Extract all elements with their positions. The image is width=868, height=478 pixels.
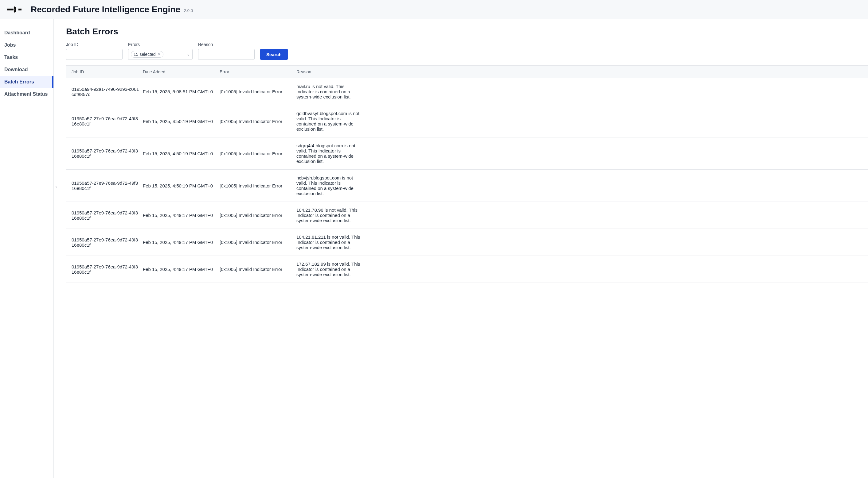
- search-button[interactable]: Search: [260, 49, 288, 60]
- cell-jobid: 01950a57-27e9-76ea-9d72-49f316e80c1f: [66, 148, 143, 159]
- cell-date: Feb 15, 2025, 5:08:51 PM GMT+0: [143, 89, 220, 94]
- main-content: Batch Errors Job ID Errors 15 selected ✕…: [66, 19, 868, 478]
- sidebar-spacer: ‹: [54, 19, 66, 478]
- cell-error: [0x1005] Invalid Indicator Error: [220, 213, 297, 218]
- sidebar: Dashboard Jobs Tasks Download Batch Erro…: [0, 19, 54, 478]
- cell-jobid: 01950a57-27e9-76ea-9d72-49f316e80c1f: [66, 237, 143, 248]
- topbar: Recorded Future Intelligence Engine 2.0.…: [0, 0, 868, 19]
- table-row: 01950a57-27e9-76ea-9d72-49f316e80c1fFeb …: [66, 170, 868, 202]
- cell-jobid: 01950a57-27e9-76ea-9d72-49f316e80c1f: [66, 180, 143, 191]
- filter-jobid-input[interactable]: [66, 49, 123, 60]
- col-header-reason: Reason: [297, 69, 364, 74]
- cell-reason: 104.21.78.96 is not valid. This Indicato…: [297, 207, 364, 223]
- cell-error: [0x1005] Invalid Indicator Error: [220, 240, 297, 245]
- sidebar-item-dashboard[interactable]: Dashboard: [0, 27, 54, 39]
- cell-reason: 104.21.81.211 is not valid. This Indicat…: [297, 234, 364, 250]
- app-version: 2.0.0: [184, 8, 193, 13]
- cell-date: Feb 15, 2025, 4:49:17 PM GMT+0: [143, 267, 220, 272]
- sidebar-item-download[interactable]: Download: [0, 64, 54, 76]
- errors-table: Job ID Date Added Error Reason 01950a94-…: [66, 65, 868, 283]
- sidebar-item-jobs[interactable]: Jobs: [0, 39, 54, 51]
- cell-date: Feb 15, 2025, 4:50:19 PM GMT+0: [143, 183, 220, 189]
- sidebar-item-tasks[interactable]: Tasks: [0, 51, 54, 64]
- cell-error: [0x1005] Invalid Indicator Error: [220, 119, 297, 124]
- cell-jobid: 01950a57-27e9-76ea-9d72-49f316e80c1f: [66, 210, 143, 220]
- cell-date: Feb 15, 2025, 4:50:19 PM GMT+0: [143, 119, 220, 124]
- cell-jobid: 01950a57-27e9-76ea-9d72-49f316e80c1f: [66, 264, 143, 275]
- filter-errors-chip-text: 15 selected: [134, 52, 156, 57]
- cell-jobid: 01950a57-27e9-76ea-9d72-49f316e80c1f: [66, 116, 143, 127]
- svg-rect-1: [19, 9, 22, 10]
- filter-jobid-label: Job ID: [66, 42, 123, 47]
- page-title: Batch Errors: [66, 27, 868, 42]
- sidebar-item-batch-errors[interactable]: Batch Errors: [0, 76, 54, 88]
- col-header-date: Date Added: [143, 69, 220, 74]
- sidebar-collapse-handle[interactable]: ‹: [54, 182, 59, 191]
- cell-error: [0x1005] Invalid Indicator Error: [220, 183, 297, 189]
- col-header-jobid: Job ID: [66, 69, 143, 74]
- cell-error: [0x1005] Invalid Indicator Error: [220, 151, 297, 156]
- filter-reason-input[interactable]: [198, 49, 255, 60]
- cell-reason: mail.ru is not valid. This Indicator is …: [297, 84, 364, 99]
- table-row: 01950a57-27e9-76ea-9d72-49f316e80c1fFeb …: [66, 105, 868, 137]
- filter-errors-label: Errors: [128, 42, 193, 47]
- chevron-left-icon: ‹: [56, 184, 57, 189]
- cell-date: Feb 15, 2025, 4:50:19 PM GMT+0: [143, 151, 220, 156]
- close-icon[interactable]: ✕: [158, 52, 161, 57]
- cell-reason: goldbvasyt.blogspot.com is not valid. Th…: [297, 111, 364, 132]
- sidebar-item-attachment-status[interactable]: Attachment Status: [0, 88, 54, 100]
- table-row: 01950a94-92a1-7496-9293-c061cdf8857dFeb …: [66, 78, 868, 105]
- app-logo: [7, 6, 22, 13]
- cell-date: Feb 15, 2025, 4:49:17 PM GMT+0: [143, 240, 220, 245]
- filter-errors-select[interactable]: 15 selected ✕ ⌄: [128, 49, 193, 60]
- app-title: Recorded Future Intelligence Engine: [31, 5, 180, 14]
- table-row: 01950a57-27e9-76ea-9d72-49f316e80c1fFeb …: [66, 137, 868, 170]
- cell-jobid: 01950a94-92a1-7496-9293-c061cdf8857d: [66, 87, 143, 97]
- cell-error: [0x1005] Invalid Indicator Error: [220, 267, 297, 272]
- filter-errors-chip: 15 selected ✕: [131, 51, 163, 58]
- cell-reason: sdgrg4t4.blogspot.com is not valid. This…: [297, 143, 364, 164]
- table-header-row: Job ID Date Added Error Reason: [66, 66, 868, 78]
- table-row: 01950a57-27e9-76ea-9d72-49f316e80c1fFeb …: [66, 202, 868, 229]
- filter-bar: Job ID Errors 15 selected ✕ ⌄ Reason Sea…: [66, 42, 868, 65]
- col-header-error: Error: [220, 69, 297, 74]
- filter-reason-label: Reason: [198, 42, 255, 47]
- table-row: 01950a57-27e9-76ea-9d72-49f316e80c1fFeb …: [66, 256, 868, 283]
- cell-date: Feb 15, 2025, 4:49:17 PM GMT+0: [143, 213, 220, 218]
- cell-error: [0x1005] Invalid Indicator Error: [220, 89, 297, 94]
- svg-rect-0: [7, 9, 13, 10]
- chevron-down-icon: ⌄: [187, 52, 190, 57]
- cell-reason: ncbvjsh.blogspot.com is not valid. This …: [297, 175, 364, 196]
- table-row: 01950a57-27e9-76ea-9d72-49f316e80c1fFeb …: [66, 229, 868, 256]
- cell-reason: 172.67.182.99 is not valid. This Indicat…: [297, 262, 364, 277]
